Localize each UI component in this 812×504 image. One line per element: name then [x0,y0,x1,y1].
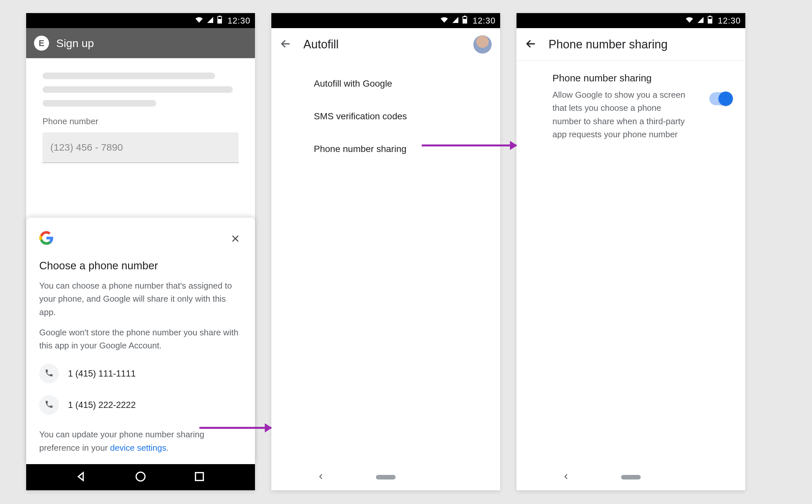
app-header: E Sign up [26,28,255,58]
status-bar: 12:30 [26,13,255,28]
phone-icon [44,368,54,379]
svg-rect-1 [218,19,222,24]
wifi-icon [685,16,694,26]
skeleton-line [42,73,215,79]
svg-rect-9 [708,19,712,24]
screen-phone-sharing-detail: 12:30 Phone number sharing Phone number … [516,13,745,490]
nav-bar [516,464,745,490]
back-button[interactable] [525,38,537,51]
skeleton-line [42,100,156,107]
battery-icon [217,16,222,26]
phone-option-1[interactable]: 1 (415) 111-1111 [39,364,242,383]
avatar[interactable] [473,35,492,54]
svg-rect-10 [709,16,711,17]
gesture-pill[interactable] [376,475,396,479]
nav-recent-button[interactable] [194,471,205,484]
app-badge: E [34,36,49,51]
cell-icon [697,16,704,26]
phone-icon [44,400,54,410]
battery-icon [462,16,467,26]
back-button[interactable] [280,38,292,51]
sheet-heading: Choose a phone number [39,260,242,272]
menu-item-phone-sharing[interactable]: Phone number sharing [314,133,500,165]
status-time: 12:30 [228,16,250,26]
phone-option-label: 1 (415) 111-1111 [68,369,136,379]
nav-home-button[interactable] [135,471,146,484]
svg-rect-6 [463,19,467,24]
app-header: Autofill [271,28,500,61]
skeleton-line [42,86,233,93]
status-time: 12:30 [473,16,496,26]
setting-title: Phone number sharing [552,73,700,84]
nav-bar [26,464,255,490]
svg-rect-2 [219,16,221,17]
setting-row-phone-sharing[interactable]: Phone number sharing Allow Google to sho… [516,61,745,141]
phone-option-2[interactable]: 1 (415) 222-2222 [39,395,242,415]
phone-placeholder: (123) 456 - 7890 [50,142,123,153]
page-title: Sign up [56,37,94,50]
wifi-icon [440,16,448,26]
cell-icon [207,16,214,26]
nav-back-button[interactable] [76,471,88,484]
screen-autofill-settings: 12:30 Autofill Autofill with Google SMS … [271,13,500,490]
phone-input[interactable]: (123) 456 - 7890 [42,132,239,163]
nav-back-button[interactable] [562,473,570,482]
device-settings-link[interactable]: device settings [110,443,166,453]
close-button[interactable] [229,232,242,245]
status-bar: 12:30 [516,13,745,28]
gesture-pill[interactable] [621,475,641,479]
menu-item-sms-codes[interactable]: SMS verification codes [314,100,500,133]
svg-rect-7 [464,16,466,17]
sheet-para-1: You can choose a phone number that's ass… [39,279,242,319]
phone-option-label: 1 (415) 222-2222 [68,400,136,410]
menu-item-autofill-google[interactable]: Autofill with Google [314,67,500,100]
sheet-para-2: Google won't store the phone number you … [39,326,242,352]
page-title: Phone number sharing [549,38,668,51]
setting-description: Allow Google to show you a screen that l… [552,88,690,141]
svg-point-3 [136,472,145,481]
sheet-footer: You can update your phone number sharing… [39,428,242,454]
wifi-icon [195,16,203,26]
google-logo-icon [39,231,54,246]
battery-icon [707,16,713,26]
screen-signup: 12:30 E Sign up Phone number (123) 456 -… [26,13,255,490]
annotation-arrow [199,427,271,429]
cell-icon [452,16,459,26]
nav-back-button[interactable] [317,473,325,482]
field-label: Phone number [42,116,239,126]
status-bar: 12:30 [271,13,500,28]
toggle-switch[interactable] [709,92,732,105]
page-title: Autofill [303,38,339,51]
nav-bar [271,464,500,490]
status-time: 12:30 [718,16,741,26]
app-header: Phone number sharing [516,28,745,61]
annotation-arrow [422,144,516,146]
svg-rect-4 [195,473,203,480]
